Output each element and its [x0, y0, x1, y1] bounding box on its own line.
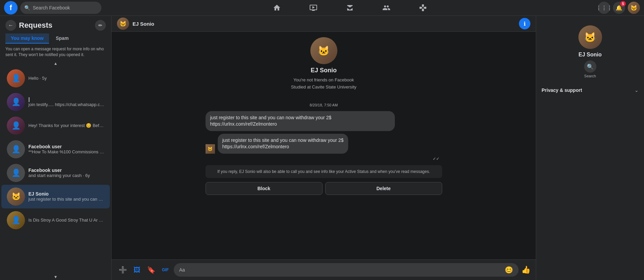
timestamp-divider: 8/20/18, 7:50 AM: [310, 103, 338, 107]
conv-preview: and start earning your cash · 6y: [28, 173, 104, 178]
conv-avatar: 👤: [7, 117, 25, 135]
conv-preview: Hey! Thanks for your interest 😊 Befo... …: [28, 123, 104, 128]
conv-name: Facebook user: [28, 144, 104, 149]
like-button[interactable]: 👍: [521, 265, 530, 274]
conv-info: Facebook user **How To Make %100 Commiss…: [28, 144, 104, 154]
conv-info: | join testify..... https://chat.whatsap…: [28, 97, 104, 107]
right-contact-name: EJ Sonio: [578, 52, 601, 58]
chat-header: 🐱 EJ Sonio ℹ: [112, 16, 536, 32]
search-input[interactable]: [33, 5, 97, 10]
conversation-item-active[interactable]: 🐱 EJ Sonio just register to this site an…: [1, 185, 110, 208]
conv-avatar: 🐱: [7, 187, 25, 206]
conv-preview: **How To Make %100 Commissions - ... · 6…: [28, 149, 104, 154]
chevron-down-icon: ⌄: [635, 87, 639, 93]
action-buttons: Block Delete: [206, 182, 442, 195]
user-avatar[interactable]: 🐱: [628, 2, 640, 14]
edit-button[interactable]: ✏: [95, 20, 106, 31]
nav-groups-button[interactable]: [369, 0, 404, 16]
back-button[interactable]: ←: [5, 20, 16, 31]
nav-video-button[interactable]: [296, 0, 331, 16]
notification-badge: 5: [620, 1, 626, 6]
tab-you-may-know[interactable]: You may know: [5, 33, 49, 44]
conversation-item[interactable]: 👤 | join testify..... https://chat.whats…: [1, 90, 110, 114]
tab-spam[interactable]: Spam: [50, 33, 74, 44]
facebook-logo[interactable]: Facebook f: [4, 1, 18, 15]
right-search-action[interactable]: 🔍 Search: [584, 60, 596, 78]
profile-name: EJ Sonio: [311, 67, 337, 74]
notifications-button[interactable]: 🔔 5: [613, 2, 625, 14]
scroll-down-indicator: ▼: [0, 274, 111, 280]
nav-right: ⋮⋮⋮ 🔔 5 🐱: [598, 2, 640, 14]
conversation-item[interactable]: 👤 Facebook user and start earning your c…: [1, 161, 110, 185]
info-text: You can open a message request for more …: [0, 44, 111, 60]
panel-title: Requests: [19, 21, 52, 30]
conv-avatar: 👤: [7, 140, 25, 158]
nav-home-button[interactable]: [259, 0, 294, 16]
info-button[interactable]: ℹ: [519, 18, 530, 29]
right-panel: 🐱 EJ Sonio 🔍 Search Privacy & support ⌄: [536, 16, 644, 280]
add-content-button[interactable]: ➕: [117, 264, 128, 276]
conv-name: EJ Sonio: [28, 191, 104, 197]
message-bubble: just register to this site and you can n…: [206, 111, 395, 131]
block-button[interactable]: Block: [206, 182, 323, 195]
msg-sender-avatar: 🐱: [206, 144, 215, 154]
right-profile-section: 🐱 EJ Sonio 🔍 Search: [536, 20, 644, 83]
apps-button[interactable]: ⋮⋮⋮: [598, 2, 610, 14]
chat-header-avatar[interactable]: 🐱: [117, 18, 129, 30]
conversation-item[interactable]: 👤 Facebook user **How To Make %100 Commi…: [1, 137, 110, 161]
right-contact-avatar[interactable]: 🐱: [578, 25, 602, 49]
conv-info: EJ Sonio just register to this site and …: [28, 191, 104, 202]
chat-panel: 🐱 EJ Sonio ℹ 🐱 EJ Sonio You're not frien…: [112, 16, 536, 280]
left-panel-header: ← Requests ✏: [0, 16, 111, 31]
gif-button[interactable]: GIF: [160, 264, 171, 276]
conversation-item[interactable]: 👤 Hey! Thanks for your interest 😊 Befo..…: [1, 114, 110, 137]
chat-input-area: ➕ 🖼 🔖 GIF 😊 👍: [112, 259, 536, 280]
msg-text: just register to this site and you can n…: [218, 134, 349, 154]
conv-avatar: 👤: [7, 211, 25, 229]
chat-text-input[interactable]: 😊: [174, 263, 519, 277]
privacy-section-title: Privacy & support: [542, 87, 582, 93]
left-header-left: ← Requests: [5, 20, 52, 31]
conv-preview: Is Dis Stroy A Good Stroy That U Ar Cl..…: [28, 218, 104, 223]
conv-preview: just register to this site and you can n…: [28, 197, 104, 202]
search-label: Search: [584, 74, 596, 78]
profile-avatar[interactable]: 🐱: [310, 37, 337, 64]
user-profile-card: 🐱 EJ Sonio You're not friends on Faceboo…: [291, 37, 357, 91]
top-navigation: Facebook f 🔍 ⋮⋮⋮ 🔔 5 🐱: [0, 0, 644, 16]
conv-info: Is Dis Stroy A Good Stroy That U Ar Cl..…: [28, 218, 104, 223]
reply-notice: If you reply, EJ Sonio will also be able…: [206, 165, 442, 178]
conversation-item[interactable]: 👤 Hello · 5y: [1, 67, 110, 90]
main-content: ← Requests ✏ You may know Spam You can o…: [0, 16, 644, 280]
search-icon: 🔍: [24, 5, 30, 10]
chat-body: 🐱 EJ Sonio You're not friends on Faceboo…: [112, 32, 536, 259]
profile-meta: You're not friends on Facebook Studied a…: [291, 77, 357, 91]
nav-gaming-button[interactable]: [405, 0, 440, 16]
left-panel: ← Requests ✏ You may know Spam You can o…: [0, 16, 112, 280]
chat-contact-name: EJ Sonio: [133, 21, 516, 27]
emoji-button[interactable]: 😊: [505, 266, 513, 274]
messages-area: just register to this site and you can n…: [206, 111, 442, 161]
conv-preview: join testify..... https://chat.whatsapp.…: [28, 102, 104, 107]
conv-name: |: [28, 97, 104, 102]
search-bar[interactable]: 🔍: [20, 2, 101, 14]
conv-avatar: 👤: [7, 69, 25, 87]
sticker-button[interactable]: 🔖: [145, 264, 157, 276]
delete-button[interactable]: Delete: [325, 182, 442, 195]
conv-avatar: 👤: [7, 164, 25, 182]
conv-info: Hey! Thanks for your interest 😊 Befo... …: [28, 123, 104, 128]
conversation-item[interactable]: 👤 Is Dis Stroy A Good Stroy That U Ar Cl…: [1, 208, 110, 232]
scroll-up-indicator: ▲: [0, 60, 111, 67]
conv-avatar: 👤: [7, 93, 25, 111]
conv-name: Facebook user: [28, 168, 104, 173]
conv-info: Hello · 5y: [28, 76, 104, 81]
conv-info: Facebook user and start earning your cas…: [28, 168, 104, 178]
photo-button[interactable]: 🖼: [131, 264, 143, 276]
message-input[interactable]: [179, 267, 505, 273]
privacy-support-section[interactable]: Privacy & support ⌄: [536, 83, 644, 97]
search-icon: 🔍: [584, 60, 596, 73]
nav-marketplace-button[interactable]: [332, 0, 367, 16]
message-bubble: 🐱 just register to this site and you can…: [206, 134, 395, 154]
conv-preview: Hello · 5y: [28, 76, 104, 81]
tabs-container: You may know Spam: [0, 31, 111, 44]
conversations-list: 👤 Hello · 5y 👤 | join testify..... https…: [0, 67, 111, 274]
